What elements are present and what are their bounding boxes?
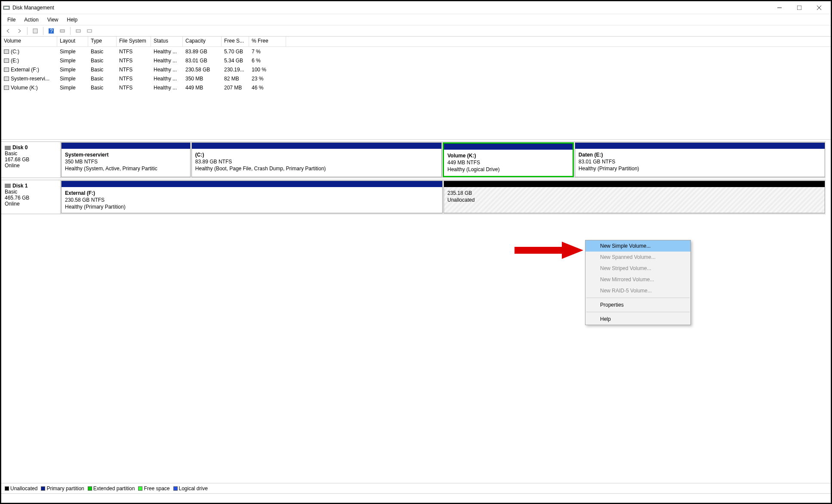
col-status[interactable]: Status xyxy=(151,37,183,46)
toolbar-separator xyxy=(27,27,28,35)
toolbar-icon-2[interactable] xyxy=(58,27,67,35)
toolbar-separator xyxy=(70,27,71,35)
volume-row[interactable]: (E:)SimpleBasicNTFSHealthy ...83.01 GB5.… xyxy=(1,56,831,65)
toolbar-icon-3[interactable] xyxy=(74,27,83,35)
menu-new-spanned-volume: New Spanned Volume... xyxy=(585,252,690,263)
legend-logical: Logical drive xyxy=(173,486,208,492)
volume-row[interactable]: (C:)SimpleBasicNTFSHealthy ...83.89 GB5.… xyxy=(1,47,831,56)
partition-body: Daten (E:)83.01 GB NTFSHealthy (Primary … xyxy=(575,149,825,177)
toolbar-icon-4[interactable] xyxy=(85,27,94,35)
partition[interactable]: (C:)83.89 GB NTFSHealthy (Boot, Page Fil… xyxy=(191,142,442,177)
menubar: File Action View Help xyxy=(1,14,831,25)
menu-separator xyxy=(586,298,690,298)
disk-row: Disk 1Basic465.76 GBOnlineExternal (F:)2… xyxy=(1,180,826,215)
disk-icon xyxy=(5,146,11,150)
col-filesystem[interactable]: File System xyxy=(117,37,151,46)
partition[interactable]: Volume (K:)449 MB NTFSHealthy (Logical D… xyxy=(443,142,574,177)
volume-list-header: Volume Layout Type File System Status Ca… xyxy=(1,37,831,47)
statusbar xyxy=(1,493,831,503)
drive-icon xyxy=(4,77,9,81)
svg-rect-11 xyxy=(87,30,92,32)
app-window: Disk Management File Action View Help ? … xyxy=(1,1,831,503)
svg-rect-6 xyxy=(33,29,37,33)
minimize-button[interactable] xyxy=(770,2,789,14)
svg-rect-1 xyxy=(4,7,9,9)
col-type[interactable]: Type xyxy=(88,37,117,46)
menu-action[interactable]: Action xyxy=(20,15,43,25)
drive-icon xyxy=(4,58,9,63)
menu-new-simple-volume[interactable]: New Simple Volume... xyxy=(585,240,690,252)
help-icon[interactable]: ? xyxy=(47,27,55,35)
window-title: Disk Management xyxy=(12,5,770,11)
disk-row: Disk 0Basic167.68 GBOnlineSystem-reservi… xyxy=(1,141,826,178)
volume-row[interactable]: System-reservi...SimpleBasicNTFSHealthy … xyxy=(1,74,831,83)
menu-view[interactable]: View xyxy=(43,15,63,25)
menu-file[interactable]: File xyxy=(3,15,20,25)
col-capacity[interactable]: Capacity xyxy=(183,37,222,46)
partition-header xyxy=(62,143,190,149)
maximize-button[interactable] xyxy=(789,2,809,14)
legend-unallocated: Unallocated xyxy=(5,486,37,492)
col-pct-free[interactable]: % Free xyxy=(249,37,286,46)
menu-new-striped-volume: New Striped Volume... xyxy=(585,263,690,274)
context-menu: New Simple Volume... New Spanned Volume.… xyxy=(585,240,691,325)
col-free[interactable]: Free S... xyxy=(222,37,249,46)
partition-body: External (F:)230.58 GB NTFSHealthy (Prim… xyxy=(62,187,442,213)
drive-icon xyxy=(4,68,9,72)
svg-rect-3 xyxy=(797,6,801,10)
svg-rect-9 xyxy=(60,30,65,32)
partition-header xyxy=(444,181,825,187)
volume-row[interactable]: Volume (K:)SimpleBasicNTFSHealthy ...449… xyxy=(1,83,831,92)
svg-text:?: ? xyxy=(50,28,53,34)
toolbar-icon-1[interactable] xyxy=(31,27,40,35)
close-button[interactable] xyxy=(809,2,829,14)
forward-button[interactable] xyxy=(15,27,24,35)
disk-icon xyxy=(5,184,11,188)
legend: Unallocated Primary partition Extended p… xyxy=(1,483,831,493)
partition[interactable]: System-reserviert350 MB NTFSHealthy (Sys… xyxy=(61,142,191,177)
partition-unallocated[interactable]: 235.18 GBUnallocated xyxy=(444,181,825,214)
menu-new-raid5-volume: New RAID-5 Volume... xyxy=(585,285,690,296)
toolbar-separator xyxy=(43,27,43,35)
partition-header xyxy=(575,143,825,149)
drive-icon xyxy=(4,49,9,54)
partition-body: 235.18 GBUnallocated xyxy=(444,187,825,213)
menu-help[interactable]: Help xyxy=(63,15,82,25)
menu-separator xyxy=(586,312,690,312)
menu-new-mirrored-volume: New Mirrored Volume... xyxy=(585,274,690,285)
annotation-arrow xyxy=(515,242,583,259)
app-icon xyxy=(3,4,10,11)
legend-primary: Primary partition xyxy=(41,486,84,492)
back-button[interactable] xyxy=(4,27,12,35)
col-volume[interactable]: Volume xyxy=(1,37,57,46)
partition[interactable]: External (F:)230.58 GB NTFSHealthy (Prim… xyxy=(61,181,443,214)
drive-icon xyxy=(4,86,9,90)
partition-body: (C:)83.89 GB NTFSHealthy (Boot, Page Fil… xyxy=(192,149,441,177)
partition-header xyxy=(62,181,442,187)
svg-marker-13 xyxy=(562,242,583,259)
disk-info[interactable]: Disk 0Basic167.68 GBOnline xyxy=(1,142,61,178)
partition[interactable]: Daten (E:)83.01 GB NTFSHealthy (Primary … xyxy=(575,142,825,177)
volume-row[interactable]: External (F:)SimpleBasicNTFSHealthy ...2… xyxy=(1,65,831,74)
partition-body: System-reserviert350 MB NTFSHealthy (Sys… xyxy=(62,149,190,177)
svg-rect-10 xyxy=(76,30,80,32)
legend-extended: Extended partition xyxy=(88,486,135,492)
volume-list: Volume Layout Type File System Status Ca… xyxy=(1,37,831,140)
svg-rect-12 xyxy=(515,247,562,254)
col-layout[interactable]: Layout xyxy=(57,37,88,46)
partition-header xyxy=(444,144,573,150)
menu-help[interactable]: Help xyxy=(585,313,690,325)
titlebar: Disk Management xyxy=(1,1,831,14)
toolbar: ? xyxy=(1,25,831,37)
partition-header xyxy=(192,143,441,149)
menu-properties[interactable]: Properties xyxy=(585,299,690,310)
legend-freespace: Free space xyxy=(138,486,169,492)
partition-body: Volume (K:)449 MB NTFSHealthy (Logical D… xyxy=(444,150,573,176)
disk-info[interactable]: Disk 1Basic465.76 GBOnline xyxy=(1,180,61,214)
disk-graphical-view: Disk 0Basic167.68 GBOnlineSystem-reservi… xyxy=(1,140,831,483)
